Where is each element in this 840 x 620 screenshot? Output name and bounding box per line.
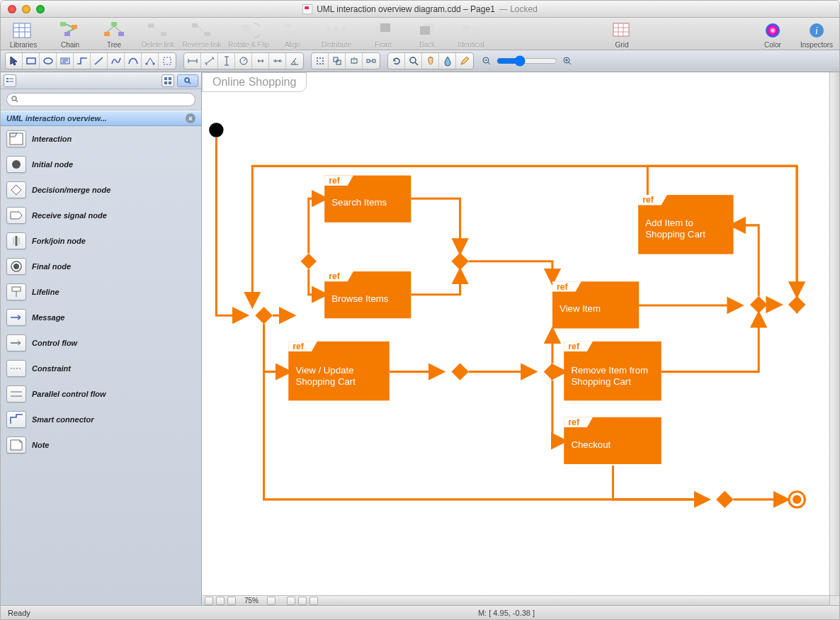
initial-node[interactable] bbox=[209, 123, 223, 137]
close-library-icon[interactable]: × bbox=[186, 113, 195, 123]
outline-toggle-button[interactable] bbox=[4, 74, 16, 87]
decision-node[interactable] bbox=[301, 254, 317, 269]
grid-view-button[interactable] bbox=[161, 74, 174, 87]
bezier-tool[interactable] bbox=[125, 53, 142, 69]
library-item[interactable]: Constraint bbox=[1, 356, 201, 381]
dim-radial[interactable] bbox=[235, 53, 252, 69]
crop-tool[interactable] bbox=[159, 53, 176, 69]
ref-add-item[interactable]: ref Add Item to Shopping Cart bbox=[638, 195, 733, 254]
zoom-dropdown[interactable] bbox=[267, 597, 276, 605]
library-item[interactable]: Control flow bbox=[1, 330, 201, 356]
merge-node[interactable] bbox=[451, 363, 468, 380]
edit-points-tool[interactable] bbox=[142, 53, 159, 69]
library-item[interactable]: Interaction bbox=[1, 126, 201, 152]
zoom-out-icon[interactable] bbox=[481, 55, 492, 67]
merge-node[interactable] bbox=[716, 491, 733, 508]
zoom-slider[interactable] bbox=[496, 55, 557, 67]
delete-link-button[interactable]: Delete link bbox=[141, 21, 175, 49]
zoom-in-icon[interactable] bbox=[562, 55, 573, 67]
back-button[interactable]: Back bbox=[410, 21, 444, 49]
snap-layout[interactable] bbox=[363, 53, 380, 69]
library-item[interactable]: Note bbox=[1, 432, 201, 458]
connector-tool[interactable] bbox=[74, 53, 91, 69]
svg-rect-89 bbox=[169, 77, 171, 80]
line-tool[interactable] bbox=[91, 53, 108, 69]
library-item[interactable]: Parallel control flow bbox=[1, 381, 201, 407]
libraries-button[interactable]: Libraries bbox=[6, 21, 40, 49]
refresh[interactable] bbox=[388, 53, 405, 69]
chain-button[interactable]: Chain bbox=[53, 21, 87, 49]
rotate-flip-button[interactable]: Rotate & Flip bbox=[232, 21, 266, 49]
dim-inner[interactable] bbox=[252, 53, 269, 69]
library-item[interactable]: Decision/merge node bbox=[1, 177, 201, 203]
ref-checkout[interactable]: ref Checkout bbox=[564, 417, 661, 464]
page-next[interactable] bbox=[227, 597, 236, 605]
page-prev[interactable] bbox=[216, 597, 225, 605]
library-item[interactable]: Final node bbox=[1, 254, 201, 279]
inspectors-button[interactable]: i Inspectors bbox=[800, 21, 834, 49]
library-item[interactable]: Receive signal node bbox=[1, 203, 201, 228]
sidebar-search-input[interactable] bbox=[6, 93, 195, 106]
horizontal-scrollbar[interactable]: 75% bbox=[202, 595, 829, 605]
front-button[interactable]: Front bbox=[366, 21, 400, 49]
library-item[interactable]: Message bbox=[1, 305, 201, 330]
color-button[interactable]: Color bbox=[756, 21, 790, 49]
inspectors-icon: i bbox=[805, 21, 828, 40]
identical-button[interactable]: Identical bbox=[454, 21, 488, 49]
merge-node[interactable] bbox=[451, 253, 468, 270]
shape-thumb-icon bbox=[6, 436, 26, 453]
library-title[interactable]: UML interaction overview... × bbox=[1, 111, 201, 126]
decision-node[interactable] bbox=[544, 363, 561, 380]
rect-tool[interactable] bbox=[23, 53, 40, 69]
decision-node[interactable] bbox=[255, 307, 272, 324]
ellipse-tool[interactable] bbox=[40, 53, 57, 69]
reverse-link-button[interactable]: Reverse link bbox=[185, 21, 219, 49]
svg-rect-35 bbox=[27, 58, 35, 64]
distribute-button[interactable]: Distribute bbox=[319, 21, 353, 49]
library-item[interactable]: Fork/join node bbox=[1, 228, 201, 254]
pencil-tool[interactable] bbox=[456, 53, 473, 69]
library-item[interactable]: Smart connector bbox=[1, 407, 201, 432]
dim-angle[interactable] bbox=[286, 53, 303, 69]
dim-outer[interactable] bbox=[269, 53, 286, 69]
spline-tool[interactable] bbox=[108, 53, 125, 69]
snap-obj[interactable] bbox=[329, 53, 346, 69]
minimize-button[interactable] bbox=[22, 5, 30, 13]
vertical-scrollbar[interactable] bbox=[829, 72, 839, 595]
search-tab[interactable] bbox=[177, 74, 198, 87]
library-item[interactable]: Initial node bbox=[1, 152, 201, 177]
svg-rect-6 bbox=[72, 25, 77, 29]
dim-vertical[interactable] bbox=[218, 53, 235, 69]
drop-tool[interactable] bbox=[439, 53, 456, 69]
dim-aligned[interactable] bbox=[201, 53, 218, 69]
zoom-button[interactable] bbox=[36, 5, 45, 13]
ref-browse-items[interactable]: ref Browse Items bbox=[324, 271, 411, 318]
pointer-tool[interactable] bbox=[6, 53, 23, 69]
pan-tool[interactable] bbox=[422, 53, 439, 69]
svg-point-64 bbox=[322, 60, 324, 62]
merge-node[interactable] bbox=[750, 296, 767, 313]
dim-linear[interactable] bbox=[184, 53, 201, 69]
text-tool[interactable] bbox=[57, 53, 74, 69]
ref-remove-item[interactable]: ref Remove Item from Shopping Cart bbox=[564, 342, 661, 401]
close-button[interactable] bbox=[8, 5, 16, 13]
final-node[interactable] bbox=[789, 492, 805, 507]
snap-grid[interactable] bbox=[312, 53, 329, 69]
page-tab-2[interactable] bbox=[298, 597, 307, 605]
svg-rect-46 bbox=[164, 57, 171, 64]
snap-guide[interactable] bbox=[346, 53, 363, 69]
ref-view-update-cart[interactable]: ref View / Update Shopping Cart bbox=[288, 342, 390, 401]
canvas[interactable]: Online Shopping bbox=[202, 72, 829, 595]
svg-rect-91 bbox=[169, 81, 171, 84]
align-button[interactable]: Align bbox=[276, 21, 310, 49]
grid-button[interactable]: Grid bbox=[605, 21, 639, 49]
zoom-tool[interactable] bbox=[405, 53, 422, 69]
tree-button[interactable]: Tree bbox=[97, 21, 131, 49]
page-pause[interactable] bbox=[205, 597, 213, 605]
ref-view-item[interactable]: ref View Item bbox=[552, 281, 639, 328]
page-tab-3[interactable] bbox=[310, 597, 318, 605]
library-item[interactable]: Lifeline bbox=[1, 279, 201, 305]
svg-point-45 bbox=[152, 63, 154, 65]
page-tab-1[interactable] bbox=[287, 597, 295, 605]
ref-search-items[interactable]: ref Search Items bbox=[324, 176, 411, 222]
